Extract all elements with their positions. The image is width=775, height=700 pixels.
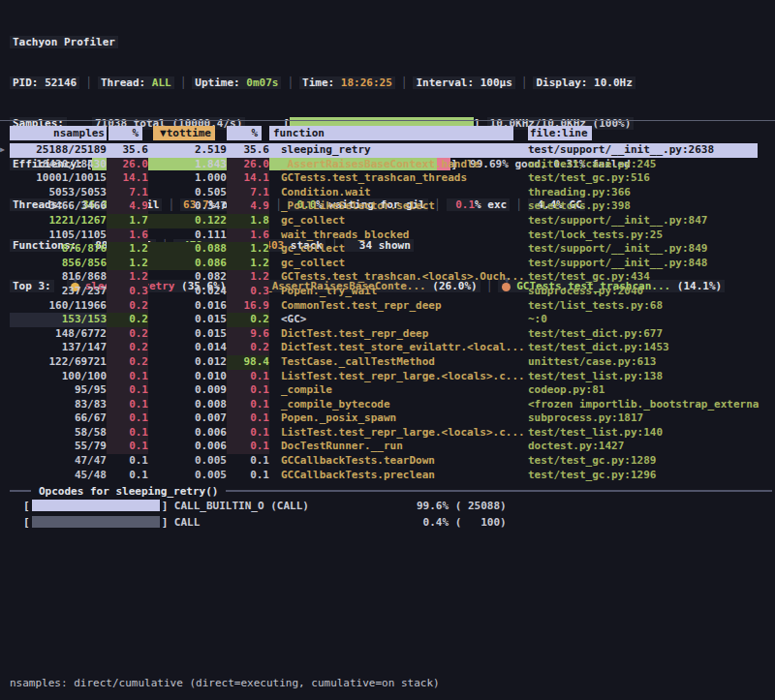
cell-pct-direct: 1.2 [107,242,148,257]
cell-pct-direct: 14.1 [107,171,148,186]
table-row[interactable]: 148/67720.20.0159.6DictTest.test_repr_de… [0,327,775,342]
table-row[interactable]: 816/8681.20.0821.2GCTests.test_trashcan.… [0,270,775,285]
table-row[interactable]: 137/1470.20.0140.2DictTest.test_store_ev… [0,341,775,355]
cell-function: _PollLikeSelector.select [269,199,528,214]
cell-pct-cumulative: 0.1 [227,440,269,454]
cell-nsamples: 153/153 [10,313,107,327]
info-label: Interval: [416,76,480,89]
table-row[interactable]: 856/8561.20.0861.2gc_collecttest/support… [0,257,775,271]
column-header-pct-cumulative[interactable]: % [227,126,269,140]
cell-file-line: test/test_dict.py:677 [528,327,775,342]
table-row[interactable]: 95/950.10.0090.1_compilecodeop.py:81 [0,383,775,398]
separator: │ [401,76,408,89]
column-header-tottime-sorted[interactable]: ▼tottime [148,126,227,140]
opcode-stat: 0.4% ( 100) [417,514,507,531]
table-row[interactable]: 18430/1843026.01.84326.0_AssertRaisesBas… [0,158,775,172]
cell-tottime: 0.005 [148,469,227,483]
table-header: nsamples % ▼tottime % function file:line [0,126,775,140]
cell-pct-cumulative: 4.9 [227,199,269,214]
row-marker [0,270,10,285]
cell-pct-direct: 0.1 [107,454,148,469]
cell-file-line: test/support/__init__.py:849 [528,242,775,257]
cell-pct-direct: 1.6 [107,228,148,243]
cell-tottime: 0.347 [148,199,227,214]
row-marker [0,299,10,314]
info-value: ALL [152,76,171,89]
table-row[interactable]: ▶25188/2518935.62.51935.6sleeping_retryt… [0,143,775,158]
cell-nsamples: 3466/3466 [10,199,107,214]
opcode-name: CALL [168,516,200,529]
info-item: Thread: ALL [98,76,174,89]
cell-file-line: subprocess.py:2040 [528,285,775,299]
cell-function: CommonTest.test_repr_deep [269,299,528,314]
cell-pct-direct: 7.1 [107,186,148,200]
row-marker [0,426,10,441]
cell-nsamples: 47/47 [10,454,107,469]
cell-nsamples: 1221/1267 [10,214,107,228]
table-row[interactable]: 1221/12671.70.1221.8gc_collecttest/suppo… [0,214,775,228]
table-row[interactable]: 66/670.10.0070.1Popen._posix_spawnsubpro… [0,411,775,426]
cell-pct-direct: 35.6 [107,143,148,158]
cell-file-line: test/test_gc.py:434 [528,270,775,285]
cell-pct-cumulative: 35.6 [227,143,269,158]
table-row[interactable]: 876/8761.20.0881.2gc_collecttest/support… [0,242,775,257]
row-marker [0,411,10,426]
column-header-function[interactable]: function [269,126,528,140]
table-row[interactable]: 5053/50537.10.5057.1Condition.waitthread… [0,186,775,200]
cell-file-line: ~:0 [528,313,775,327]
marker-column-header [0,126,10,140]
table-row[interactable]: 153/1530.20.0150.2<GC>~:0 [0,313,775,327]
cell-tottime: 0.024 [148,285,227,299]
table-row[interactable]: 83/830.10.0080.1_compile_bytecode<frozen… [0,398,775,412]
cell-nsamples: 66/67 [10,411,107,426]
row-marker [0,214,10,228]
table-row[interactable]: 160/119660.20.01616.9CommonTest.test_rep… [0,299,775,314]
table-row[interactable]: 47/470.10.0050.1GCCallbackTests.tearDown… [0,454,775,469]
footer: nsamples: direct/cumulative (direct=exec… [10,640,440,700]
separator: │ [180,76,187,89]
row-marker [0,186,10,200]
column-header-file-line[interactable]: file:line [528,126,775,140]
table-body: ▶25188/2518935.62.51935.6sleeping_retryt… [0,143,775,482]
cell-file-line: test/test_list.py:140 [528,426,775,441]
table-row[interactable]: 100/1000.10.0100.1ListTest.test_repr_lar… [0,370,775,384]
table-row[interactable]: 1105/11051.60.1111.6wait_threads_blocked… [0,228,775,243]
cell-function: gc_collect [269,242,528,257]
table-row[interactable]: 237/2370.30.0240.3Popen._try_waitsubproc… [0,285,775,299]
cell-nsamples: 83/83 [10,398,107,412]
info-label: Thread: [101,76,152,89]
cell-file-line: subprocess.py:1817 [528,411,775,426]
cell-file-line: test/support/__init__.py:847 [528,214,775,228]
cell-file-line: test/test_list.py:138 [528,370,775,384]
cell-function: wait_threads_blocked [269,228,528,243]
info-label: Display: [536,76,594,89]
row-marker [0,158,10,172]
tachyon-profiler-screen: Tachyon Profiler PID: 52146│Thread: ALL│… [0,0,775,700]
cell-nsamples: 18430/18430 [10,158,107,172]
row-marker [0,257,10,271]
cell-function: ListTest.test_repr_large.<locals>.c... [269,370,528,384]
cell-function: sleeping_retry [269,143,528,158]
column-header-pct-direct[interactable]: % [107,126,148,140]
table-row[interactable]: 58/580.10.0060.1ListTest.test_repr_large… [0,426,775,441]
cell-pct-cumulative: 0.1 [227,370,269,384]
cell-tottime: 0.008 [148,398,227,412]
table-row[interactable]: 55/790.10.0060.1DocTestRunner.__rundocte… [0,440,775,454]
table-row[interactable]: 45/480.10.0050.1GCCallbackTests.preclean… [0,469,775,483]
cell-function: _compile_bytecode [269,398,528,412]
cell-file-line: test/lock_tests.py:25 [528,228,775,243]
table-row[interactable]: 10001/1001514.11.00014.1GCTests.test_tra… [0,171,775,186]
info-value: 0m07s [246,76,278,89]
table-row[interactable]: 122/697210.20.01298.4TestCase._callTestM… [0,355,775,370]
cell-nsamples: 137/147 [10,341,107,355]
cell-pct-cumulative: 1.8 [227,214,269,228]
cell-pct-cumulative: 26.0 [227,158,269,172]
cell-tottime: 0.015 [148,327,227,342]
cell-nsamples: 122/69721 [10,355,107,370]
cell-nsamples: 5053/5053 [10,186,107,200]
cell-pct-direct: 0.2 [107,341,148,355]
column-header-nsamples[interactable]: nsamples [10,126,107,140]
cell-pct-direct: 1.2 [107,270,148,285]
opcodes-header: Opcodes for sleeping_retry() [0,484,775,498]
table-row[interactable]: 3466/34664.90.3474.9_PollLikeSelector.se… [0,199,775,214]
